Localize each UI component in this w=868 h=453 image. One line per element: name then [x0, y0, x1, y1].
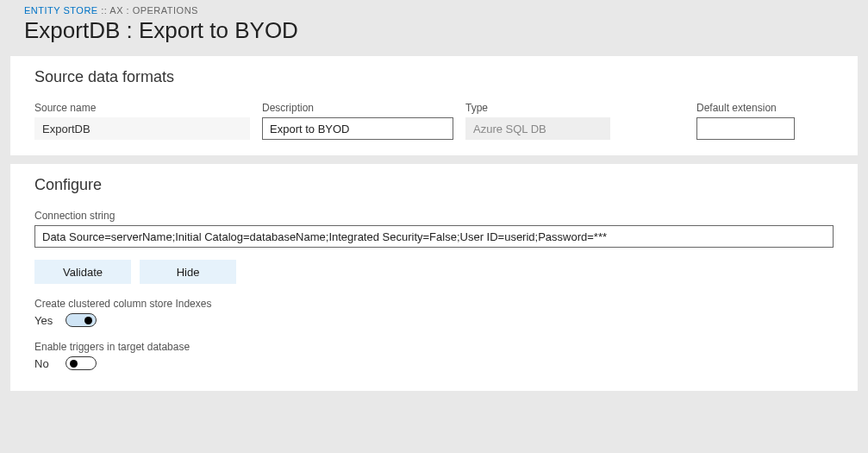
breadcrumb-separator: :: [98, 5, 110, 16]
input-connection-string[interactable] [34, 225, 834, 248]
field-type: Type [465, 102, 610, 140]
field-source-name: Source name [34, 102, 250, 140]
field-connection-string: Connection string [34, 210, 834, 248]
label-type: Type [465, 102, 610, 114]
label-description: Description [262, 102, 453, 114]
toggle-knob-icon [70, 360, 78, 368]
page-title: ExportDB : Export to BYOD [0, 16, 868, 56]
label-connection-string: Connection string [34, 210, 834, 222]
toggle-enable-triggers: Enable triggers in target database No [34, 341, 834, 370]
breadcrumb: ENTITY STORE :: AX : OPERATIONS [0, 0, 868, 16]
configure-button-row: Validate Hide [34, 260, 834, 284]
toggle-switch-triggers[interactable] [66, 356, 97, 370]
label-default-extension: Default extension [696, 102, 795, 114]
field-default-extension: Default extension [696, 102, 795, 140]
validate-button[interactable]: Validate [34, 260, 131, 284]
toggle-value-triggers: No [34, 357, 53, 370]
spacer [622, 102, 684, 140]
toggle-caption-triggers: Enable triggers in target database [34, 341, 834, 353]
breadcrumb-tail: AX : OPERATIONS [109, 5, 198, 16]
toggle-value-clustered: Yes [34, 314, 53, 327]
input-type[interactable] [465, 117, 610, 140]
input-default-extension[interactable] [696, 117, 795, 140]
breadcrumb-link-entity-store[interactable]: ENTITY STORE [24, 5, 98, 16]
field-description: Description [262, 102, 453, 140]
page-root: ENTITY STORE :: AX : OPERATIONS ExportDB… [0, 0, 868, 391]
toggle-knob-icon [84, 317, 92, 324]
input-description[interactable] [262, 117, 453, 140]
panel-configure: Configure Connection string Validate Hid… [10, 164, 858, 391]
toggle-switch-clustered[interactable] [66, 313, 97, 327]
toggle-line-clustered: Yes [34, 313, 834, 327]
hide-button[interactable]: Hide [140, 260, 236, 284]
panel-header-source: Source data formats [34, 68, 834, 86]
toggle-caption-clustered: Create clustered column store Indexes [34, 298, 834, 310]
panel-source-data-formats: Source data formats Source name Descript… [10, 56, 858, 155]
label-source-name: Source name [34, 102, 250, 114]
source-form-row: Source name Description Type Default ext… [34, 102, 834, 140]
panel-header-configure: Configure [34, 176, 834, 194]
input-source-name[interactable] [34, 117, 250, 140]
toggle-line-triggers: No [34, 356, 834, 370]
toggle-clustered-indexes: Create clustered column store Indexes Ye… [34, 298, 834, 327]
